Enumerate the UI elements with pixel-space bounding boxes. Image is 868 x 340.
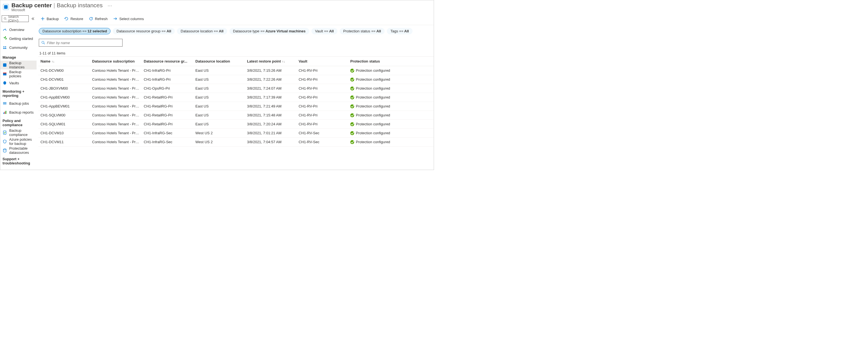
col-header-resource-group[interactable]: Datasource resource gr...: [142, 57, 193, 66]
refresh-button[interactable]: Refresh: [87, 16, 110, 22]
cell-resource-group: CH1-RetailRG-Pri: [142, 120, 193, 129]
page-subtitle: Backup instances: [57, 2, 103, 9]
success-icon: [350, 113, 354, 117]
col-header-location[interactable]: Datasource location: [193, 57, 245, 66]
cell-status: Protection configured: [348, 111, 434, 120]
svg-rect-1: [4, 5, 8, 9]
filter-pill[interactable]: Datasource type == Azure Virtual machine…: [229, 28, 309, 34]
cell-resource-group: CH1-RetailRG-Pri: [142, 102, 193, 111]
svg-rect-13: [3, 113, 4, 114]
backup-button[interactable]: Backup: [39, 16, 60, 22]
instances-table: Name↑↓ Datasource subscription Datasourc…: [38, 56, 434, 147]
cell-restore-point: 3/8/2021, 7:21:49 AM: [245, 102, 297, 111]
filter-pill[interactable]: Datasource resource group == All: [113, 28, 175, 34]
cell-location: East US: [193, 111, 245, 120]
search-icon: [4, 17, 7, 21]
sidebar-item-backup-instances[interactable]: Backup instances: [0, 61, 37, 69]
backup-button-label: Backup: [46, 17, 59, 21]
cell-location: East US: [193, 66, 245, 75]
cell-name: CH1-DCVM00: [38, 66, 90, 75]
sidebar-item-vaults[interactable]: Vaults: [0, 79, 37, 87]
sidebar-section-header: Support + troubleshooting: [0, 155, 37, 166]
filter-pill[interactable]: Protection status == All: [340, 28, 384, 34]
sidebar-item-backup-policies[interactable]: Backup policies: [0, 69, 37, 79]
cell-name: CH1-JBOXVM00: [38, 84, 90, 93]
cell-vault: CH1-RV-Pri: [297, 84, 348, 93]
cell-subscription: Contoso Hotels Tenant - Pro...: [90, 102, 142, 111]
table-row[interactable]: CH1-DCVM10Contoso Hotels Tenant - Pro...…: [38, 129, 434, 137]
cell-subscription: Contoso Hotels Tenant - Pro...: [90, 120, 142, 129]
refresh-icon: [89, 17, 93, 21]
cell-name: CH1-DCVM11: [38, 137, 90, 147]
table-row[interactable]: CH1-AppBEVM01Contoso Hotels Tenant - Pro…: [38, 102, 434, 111]
restore-button-label: Restore: [70, 17, 83, 21]
sort-icon: ↑↓: [51, 60, 55, 63]
table-row[interactable]: CH1-JBOXVM00Contoso Hotels Tenant - Pro.…: [38, 84, 434, 93]
chevron-left-double-icon: [31, 17, 35, 20]
sidebar-item-overview[interactable]: Overview: [0, 25, 37, 34]
cell-resource-group: CH1-InfraRG-Pri: [142, 75, 193, 84]
success-icon: [350, 122, 354, 126]
filter-by-name-input[interactable]: [39, 39, 123, 47]
cell-vault: CH1-RV-Pri: [297, 111, 348, 120]
cell-status: Protection configured: [348, 66, 434, 75]
table-row[interactable]: CH1-SQLVM01Contoso Hotels Tenant - Pro..…: [38, 120, 434, 129]
org-label: Microsoft: [11, 8, 112, 12]
table-row[interactable]: CH1-DCVM11Contoso Hotels Tenant - Pro...…: [38, 137, 434, 147]
filter-pill[interactable]: Vault == All: [311, 28, 337, 34]
col-header-restore-point[interactable]: Latest restore point↑↓: [245, 57, 297, 66]
cell-resource-group: CH1-RetailRG-Pri: [142, 111, 193, 120]
success-icon: [350, 104, 354, 108]
sidebar-item-community[interactable]: Community: [0, 43, 37, 52]
sidebar: Search (Ctrl+/) OverviewGetting startedC…: [0, 14, 37, 170]
col-header-status[interactable]: Protection status: [348, 57, 434, 66]
sidebar-item-protectable-datasources[interactable]: Protectable datasources: [0, 146, 37, 155]
col-header-name[interactable]: Name↑↓: [38, 57, 90, 66]
sidebar-item-azure-policies-for-backup[interactable]: Azure policies for backup: [0, 137, 37, 146]
sidebar-item-backup-compliance[interactable]: Backup compliance: [0, 128, 37, 137]
filter-pill[interactable]: Tags == All: [387, 28, 412, 34]
cell-resource-group: CH1-InfraRG-Pri: [142, 66, 193, 75]
cell-subscription: Contoso Hotels Tenant - Pro...: [90, 93, 142, 102]
filter-text-field[interactable]: [47, 41, 120, 45]
cell-resource-group: CH1-InfraRG-Sec: [142, 137, 193, 147]
cell-subscription: Contoso Hotels Tenant - Pro...: [90, 66, 142, 75]
cell-restore-point: 3/8/2021, 7:15:26 AM: [245, 66, 297, 75]
cell-restore-point: 3/8/2021, 7:04:57 AM: [245, 137, 297, 147]
cell-resource-group: CH1-OpsRG-Pri: [142, 84, 193, 93]
svg-point-17: [3, 149, 6, 150]
restore-button[interactable]: Restore: [63, 16, 85, 22]
page-header: Backup center | Backup instances ··· Mic…: [0, 0, 434, 14]
cell-subscription: Contoso Hotels Tenant - Pro...: [90, 111, 142, 120]
svg-rect-7: [3, 63, 6, 67]
table-row[interactable]: CH1-DCVM01Contoso Hotels Tenant - Pro...…: [38, 75, 434, 84]
cell-location: East US: [193, 75, 245, 84]
cell-location: East US: [193, 102, 245, 111]
cell-restore-point: 3/8/2021, 7:17:39 AM: [245, 93, 297, 102]
cell-location: West US 2: [193, 137, 245, 147]
col-header-vault[interactable]: Vault: [297, 57, 348, 66]
sidebar-item-backup-reports[interactable]: Backup reports: [0, 108, 37, 117]
svg-point-5: [3, 47, 4, 48]
filter-pill[interactable]: Datasource subscription == 12 selected: [39, 28, 111, 34]
collapse-sidebar-button[interactable]: [30, 16, 35, 21]
select-columns-button[interactable]: Select columns: [111, 16, 146, 22]
service-icon: [2, 3, 10, 11]
search-placeholder: Search (Ctrl+/): [8, 15, 27, 23]
success-icon: [350, 95, 354, 99]
svg-rect-14: [4, 112, 5, 114]
table-row[interactable]: CH1-SQLVM00Contoso Hotels Tenant - Pro..…: [38, 111, 434, 120]
cell-status: Protection configured: [348, 120, 434, 129]
table-row[interactable]: CH1-AppBEVM00Contoso Hotels Tenant - Pro…: [38, 93, 434, 102]
arrow-right-icon: [113, 17, 118, 21]
sidebar-item-backup-jobs[interactable]: Backup jobs: [0, 99, 37, 108]
cell-subscription: Contoso Hotels Tenant - Pro...: [90, 129, 142, 137]
cell-status: Protection configured: [348, 75, 434, 84]
col-header-subscription[interactable]: Datasource subscription: [90, 57, 142, 66]
filter-pill[interactable]: Datasource location == All: [177, 28, 227, 34]
sidebar-search-input[interactable]: Search (Ctrl+/): [2, 16, 29, 22]
success-icon: [350, 140, 354, 144]
more-actions-icon[interactable]: ···: [108, 3, 112, 8]
sidebar-item-getting-started[interactable]: Getting started: [0, 34, 37, 43]
table-row[interactable]: CH1-DCVM00Contoso Hotels Tenant - Pro...…: [38, 66, 434, 75]
